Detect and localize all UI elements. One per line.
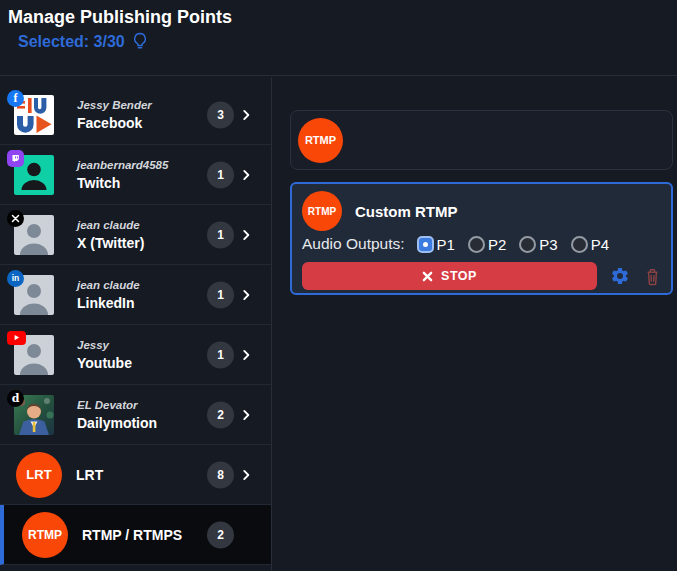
facebook-avatar: f xyxy=(14,95,54,135)
radio-label: P4 xyxy=(591,236,609,253)
audio-output-p4-radio[interactable]: P4 xyxy=(571,236,609,253)
twitch-badge-icon xyxy=(7,150,24,167)
row-twitch[interactable]: jeanbernard4585 Twitch 1 xyxy=(0,145,271,205)
platform-name: LinkedIn xyxy=(77,295,140,311)
delete-trash-icon[interactable] xyxy=(644,267,661,286)
radio-unselected-icon xyxy=(519,236,536,253)
account-username: Jessy xyxy=(77,339,132,351)
count-badge: 3 xyxy=(207,101,234,128)
stop-x-icon xyxy=(422,271,433,282)
platform-name: Dailymotion xyxy=(77,415,157,431)
rtmp-group-circle-icon: RTMP xyxy=(298,118,343,163)
chevron-right-icon xyxy=(239,408,253,422)
twitch-avatar xyxy=(14,155,54,195)
row-dailymotion[interactable]: d EL Devator Dailymotion 2 xyxy=(0,385,271,445)
platform-name: Twitch xyxy=(77,175,168,191)
youtube-avatar xyxy=(14,335,54,375)
audio-output-p3-radio[interactable]: P3 xyxy=(519,236,557,253)
platform-name: Facebook xyxy=(77,115,152,131)
rtmp-group-card[interactable]: RTMP xyxy=(290,110,673,170)
radio-label: P1 xyxy=(437,236,455,253)
stop-button[interactable]: STOP xyxy=(302,262,597,290)
linkedin-badge-icon: in xyxy=(7,270,24,287)
audio-outputs-label: Audio Outputs: xyxy=(302,235,405,253)
audio-output-p1-radio[interactable]: P1 xyxy=(417,236,455,253)
chevron-right-icon xyxy=(239,108,253,122)
lrt-circle-icon: LRT xyxy=(16,452,62,498)
radio-selected-icon xyxy=(417,236,434,253)
row-youtube[interactable]: Jessy Youtube 1 xyxy=(0,325,271,385)
radio-unselected-icon xyxy=(468,236,485,253)
chevron-right-icon xyxy=(239,348,253,362)
row-x-twitter[interactable]: jean claude X (Twitter) 1 xyxy=(0,205,271,265)
manage-publishing-points-window: Manage Publishing Points Selected: 3/30 xyxy=(0,0,677,571)
facebook-badge-icon: f xyxy=(7,90,24,107)
row-linkedin[interactable]: in jean claude LinkedIn 1 xyxy=(0,265,271,325)
dailymotion-avatar: d xyxy=(14,395,54,435)
platform-name: RTMP / RTMPS xyxy=(82,527,182,543)
chevron-right-icon xyxy=(239,288,253,302)
platform-name: LRT xyxy=(76,467,103,483)
radio-label: P3 xyxy=(539,236,557,253)
platform-name: X (Twitter) xyxy=(77,235,144,251)
dailymotion-badge-icon: d xyxy=(7,390,24,407)
rtmp-endpoint-circle-icon: RTMP xyxy=(302,191,342,231)
x-badge-icon xyxy=(7,210,24,227)
count-badge: 1 xyxy=(207,281,234,308)
page-title: Manage Publishing Points xyxy=(8,7,232,28)
selected-counter: Selected: 3/30 xyxy=(18,32,148,51)
row-rtmp-rtmps-selected[interactable]: RTMP RTMP / RTMPS 2 xyxy=(0,505,271,565)
account-username: jeanbernard4585 xyxy=(77,159,168,171)
account-username: Jessy Bender xyxy=(77,99,152,111)
count-badge: 1 xyxy=(207,221,234,248)
endpoint-title: Custom RTMP xyxy=(355,203,458,220)
detail-panel: RTMP RTMP Custom RTMP Audio Outputs: P1 … xyxy=(273,77,677,571)
settings-gear-icon[interactable] xyxy=(610,266,630,286)
account-username: jean claude xyxy=(77,219,144,231)
platform-name: Youtube xyxy=(77,355,132,371)
stop-button-label: STOP xyxy=(441,269,477,283)
rtmp-circle-icon: RTMP xyxy=(22,512,68,558)
selected-count-text: Selected: 3/30 xyxy=(18,33,125,51)
audio-outputs-row: Audio Outputs: P1 P2 P3 P4 xyxy=(302,235,661,253)
audio-output-p2-radio[interactable]: P2 xyxy=(468,236,506,253)
custom-rtmp-endpoint-card[interactable]: RTMP Custom RTMP Audio Outputs: P1 P2 P3 xyxy=(290,182,673,295)
hint-lightbulb-icon[interactable] xyxy=(132,32,148,51)
header: Manage Publishing Points Selected: 3/30 xyxy=(0,0,677,76)
chevron-right-icon xyxy=(239,168,253,182)
count-badge: 1 xyxy=(207,161,234,188)
count-badge: 8 xyxy=(207,461,234,488)
chevron-right-icon xyxy=(239,228,253,242)
count-badge: 2 xyxy=(207,521,234,548)
row-lrt[interactable]: LRT LRT 8 xyxy=(0,445,271,505)
account-username: EL Devator xyxy=(77,399,157,411)
count-badge: 1 xyxy=(207,341,234,368)
account-username: jean claude xyxy=(77,279,140,291)
youtube-badge-icon xyxy=(7,331,26,345)
x-avatar xyxy=(14,215,54,255)
linkedin-avatar: in xyxy=(14,275,54,315)
count-badge: 2 xyxy=(207,401,234,428)
radio-label: P2 xyxy=(488,236,506,253)
row-facebook[interactable]: f Jessy Bender Facebook 3 xyxy=(0,85,271,145)
chevron-right-icon xyxy=(239,468,253,482)
publishing-points-list: f Jessy Bender Facebook 3 xyxy=(0,77,272,571)
radio-unselected-icon xyxy=(571,236,588,253)
